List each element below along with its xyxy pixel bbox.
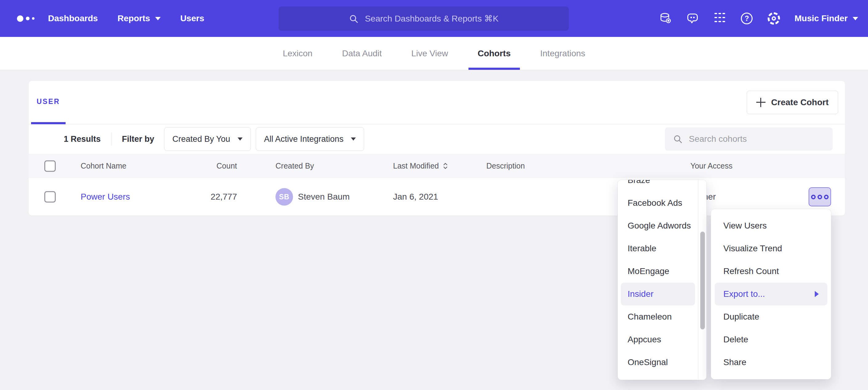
- created-by-name: Steven Baum: [298, 178, 350, 216]
- tab-live-view[interactable]: Live View: [411, 37, 448, 70]
- apps-grid-icon[interactable]: [713, 12, 726, 25]
- tab-data-audit[interactable]: Data Audit: [342, 37, 382, 70]
- row-actions-button[interactable]: [809, 187, 831, 206]
- column-cohort-name: Cohort Name: [81, 154, 126, 178]
- project-name: Music Finder: [795, 13, 848, 23]
- context-menu-list: View Users Visualize Trend Refresh Count…: [711, 215, 831, 374]
- sort-icon: [443, 162, 448, 170]
- table-header: Cohort Name Count Created By Last Modifi…: [29, 154, 845, 178]
- more-dots-icon: [811, 195, 816, 199]
- menu-item-refresh-count[interactable]: Refresh Count: [711, 260, 831, 283]
- gear-icon: [768, 12, 780, 25]
- row-context-menu: View Users Visualize Trend Refresh Count…: [711, 209, 831, 379]
- data-definitions-icon[interactable]: [659, 12, 672, 25]
- menu-item-braze[interactable]: Braze: [618, 180, 698, 192]
- submenu-arrow-icon: [815, 291, 819, 297]
- export-to-submenu: Braze Facebook Ads Google Adwords Iterab…: [618, 180, 706, 380]
- tab-user[interactable]: USER: [31, 81, 66, 124]
- column-last-modified[interactable]: Last Modified: [393, 154, 448, 178]
- plus-icon: [756, 98, 766, 107]
- menu-item-duplicate[interactable]: Duplicate: [711, 305, 831, 328]
- settings-icon[interactable]: [767, 12, 780, 25]
- results-count: 1 Results: [64, 134, 101, 144]
- project-selector[interactable]: Music Finder: [795, 13, 858, 23]
- column-description: Description: [486, 154, 525, 178]
- menu-item-share[interactable]: Share: [711, 351, 831, 374]
- column-last-modified-label: Last Modified: [393, 161, 439, 170]
- column-count: Count: [167, 154, 237, 178]
- menu-item-visualize-trend[interactable]: Visualize Trend: [711, 237, 831, 260]
- last-modified-date: Jan 6, 2021: [393, 178, 438, 216]
- search-icon: [673, 134, 683, 144]
- avatar: SB: [276, 188, 293, 206]
- menu-item-moengage[interactable]: MoEngage: [618, 260, 698, 283]
- filter-integrations-dropdown[interactable]: All Active Integrations: [256, 127, 364, 151]
- row-checkbox[interactable]: [44, 191, 56, 203]
- export-to-label: Export to...: [723, 289, 765, 299]
- tab-cohorts[interactable]: Cohorts: [478, 37, 510, 70]
- nav-item-dashboards[interactable]: Dashboards: [48, 13, 98, 23]
- search-icon: [349, 14, 359, 24]
- global-search-input[interactable]: Search Dashboards & Reports ⌘K: [279, 6, 569, 31]
- submenu-scrollbar[interactable]: [698, 180, 706, 380]
- scrollbar-thumb[interactable]: [700, 232, 705, 329]
- question-mark-icon: [741, 12, 752, 24]
- top-nav: Dashboards Reports Users Search Dashboar…: [0, 0, 868, 37]
- divider: [111, 133, 112, 145]
- caret-down-icon: [155, 17, 161, 20]
- create-cohort-label: Create Cohort: [771, 98, 829, 107]
- cohort-type-tabs: USER Create Cohort: [29, 81, 845, 124]
- mixpanel-logo-icon[interactable]: [17, 15, 34, 22]
- export-target-list: Braze Facebook Ads Google Adwords Iterab…: [618, 180, 698, 374]
- caret-down-icon: [351, 137, 356, 140]
- caret-down-icon: [238, 137, 243, 140]
- column-your-access: Your Access: [690, 154, 733, 178]
- search-cohorts-placeholder: Search cohorts: [689, 134, 747, 144]
- nav-item-reports-label: Reports: [118, 13, 150, 23]
- more-dots-icon: [824, 195, 829, 199]
- tab-lexicon[interactable]: Lexicon: [283, 37, 313, 70]
- cohorts-toolbar: 1 Results Filter by Created By You All A…: [29, 124, 845, 154]
- menu-item-view-users[interactable]: View Users: [711, 215, 831, 237]
- cohort-name-link[interactable]: Power Users: [81, 178, 130, 216]
- help-icon[interactable]: [740, 12, 753, 25]
- menu-item-google-adwords[interactable]: Google Adwords: [618, 215, 698, 237]
- filter-created-by-dropdown[interactable]: Created By You: [164, 127, 251, 151]
- filter-by-label: Filter by: [122, 134, 154, 144]
- cohorts-page: Dashboards Reports Users Search Dashboar…: [0, 0, 868, 390]
- cohorts-panel: USER Create Cohort 1 Results Filter by C…: [29, 81, 845, 216]
- main-nav-links: Dashboards Reports Users: [48, 13, 204, 23]
- cohort-count: 22,777: [167, 178, 237, 216]
- menu-item-onesignal[interactable]: OneSignal: [618, 351, 698, 374]
- menu-item-insider[interactable]: Insider: [621, 283, 695, 305]
- menu-item-delete[interactable]: Delete: [711, 328, 831, 351]
- nav-item-users[interactable]: Users: [180, 13, 205, 23]
- filter-integrations-value: All Active Integrations: [264, 134, 343, 144]
- menu-item-appcues[interactable]: Appcues: [618, 328, 698, 351]
- menu-item-iterable[interactable]: Iterable: [618, 237, 698, 260]
- nav-utility-cluster: Music Finder: [659, 0, 858, 37]
- menu-item-export-to[interactable]: Export to...: [715, 283, 827, 305]
- column-created-by: Created By: [276, 154, 314, 178]
- feedback-icon[interactable]: [686, 12, 699, 25]
- select-all-checkbox[interactable]: [44, 160, 56, 172]
- nav-item-reports[interactable]: Reports: [118, 13, 161, 23]
- tab-integrations[interactable]: Integrations: [540, 37, 585, 70]
- create-cohort-button[interactable]: Create Cohort: [747, 91, 838, 114]
- filter-created-by-value: Created By You: [173, 134, 230, 144]
- caret-down-icon: [852, 17, 858, 20]
- global-search-placeholder: Search Dashboards & Reports ⌘K: [365, 13, 498, 24]
- menu-item-chameleon[interactable]: Chameleon: [618, 305, 698, 328]
- menu-item-facebook-ads[interactable]: Facebook Ads: [618, 192, 698, 215]
- more-dots-icon: [817, 195, 822, 199]
- section-tabs: Lexicon Data Audit Live View Cohorts Int…: [0, 37, 868, 70]
- search-cohorts-input[interactable]: Search cohorts: [665, 127, 833, 151]
